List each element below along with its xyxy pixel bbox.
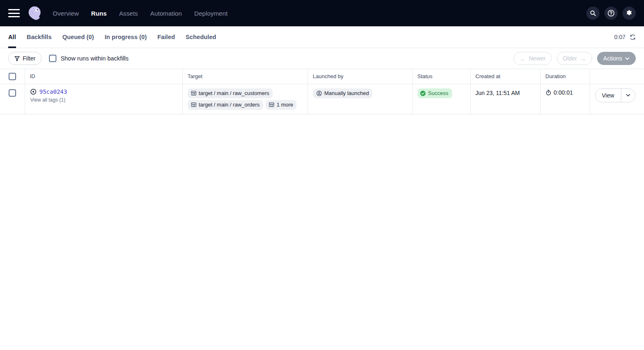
dagster-logo[interactable] <box>26 5 44 22</box>
launched-by-pill[interactable]: Manually launched <box>313 88 372 98</box>
runs-table: ID Target Launched by Status Created at … <box>0 69 644 114</box>
table-header-row: ID Target Launched by Status Created at … <box>0 69 644 84</box>
menu-icon[interactable] <box>8 9 20 17</box>
actions-button[interactable]: Actions <box>597 52 636 65</box>
column-header-created-at: Created at <box>470 69 540 84</box>
chevron-down-icon <box>625 57 630 60</box>
show-backfills-label[interactable]: Show runs within backfills <box>61 55 128 62</box>
table-grid-icon <box>191 102 196 107</box>
status-badge: Success <box>418 88 452 98</box>
column-header-status: Status <box>412 69 470 84</box>
help-icon[interactable] <box>604 7 618 20</box>
select-all-checkbox[interactable] <box>9 73 16 80</box>
stopwatch-icon <box>546 90 551 95</box>
runs-tabs: All Backfills Queued (0) In progress (0)… <box>8 26 216 48</box>
nav-deployment[interactable]: Deployment <box>194 10 228 17</box>
tab-failed[interactable]: Failed <box>157 26 175 48</box>
column-header-actions <box>590 69 644 84</box>
column-header-id: ID <box>25 69 182 84</box>
newer-button[interactable]: ← Newer <box>513 52 551 65</box>
tab-in-progress[interactable]: In progress (0) <box>105 26 147 48</box>
created-at-value: Jun 23, 11:51 AM <box>476 88 535 96</box>
app-header: Overview Runs Assets Automation Deployme… <box>0 0 644 26</box>
target-asset-pill[interactable]: target / main / raw_customers <box>188 88 273 98</box>
tab-scheduled[interactable]: Scheduled <box>186 26 216 48</box>
main-nav: Overview Runs Assets Automation Deployme… <box>53 10 228 17</box>
row-checkbox[interactable] <box>9 89 16 97</box>
check-circle-icon <box>420 90 426 96</box>
view-button-group: View <box>595 88 635 102</box>
run-status-dot-icon <box>30 88 37 95</box>
target-asset-pill[interactable]: target / main / raw_orders <box>188 100 263 110</box>
older-button[interactable]: Older → <box>557 52 592 65</box>
arrow-right-icon: → <box>580 56 586 62</box>
column-header-target: Target <box>182 69 308 84</box>
user-circle-icon <box>316 90 322 96</box>
tab-all[interactable]: All <box>8 26 16 48</box>
runs-toolbar: Filter Show runs within backfills ← Newe… <box>0 48 644 69</box>
header-actions <box>586 7 636 20</box>
arrow-left-icon: ← <box>520 56 526 62</box>
view-button[interactable]: View <box>595 89 621 102</box>
tab-backfills[interactable]: Backfills <box>27 26 52 48</box>
filter-button[interactable]: Filter <box>8 52 42 65</box>
table-grid-icon <box>269 102 274 107</box>
column-header-duration: Duration <box>540 69 590 84</box>
nav-automation[interactable]: Automation <box>150 10 182 17</box>
table-grid-icon <box>191 90 196 96</box>
tab-queued[interactable]: Queued (0) <box>62 26 94 48</box>
settings-icon[interactable] <box>623 7 636 20</box>
nav-runs[interactable]: Runs <box>91 10 107 17</box>
table-row: 95ca0243 View all tags (1) target / main… <box>0 84 644 114</box>
view-dropdown-button[interactable] <box>621 89 635 102</box>
more-targets-pill[interactable]: 1 more <box>266 100 296 110</box>
refresh-icon[interactable] <box>630 34 636 40</box>
column-header-launched-by: Launched by <box>308 69 412 84</box>
nav-assets[interactable]: Assets <box>119 10 138 17</box>
show-backfills-checkbox[interactable] <box>49 55 56 62</box>
search-icon[interactable] <box>586 7 600 20</box>
refresh-countdown: 0:07 <box>614 34 625 40</box>
runs-tabs-row: All Backfills Queued (0) In progress (0)… <box>0 26 644 48</box>
view-all-tags-link[interactable]: View all tags (1) <box>30 97 177 103</box>
nav-overview[interactable]: Overview <box>53 10 79 17</box>
run-id-link[interactable]: 95ca0243 <box>40 88 67 95</box>
funnel-icon <box>14 56 20 61</box>
duration-value: 0:00:01 <box>546 88 585 96</box>
chevron-down-icon <box>626 94 630 97</box>
